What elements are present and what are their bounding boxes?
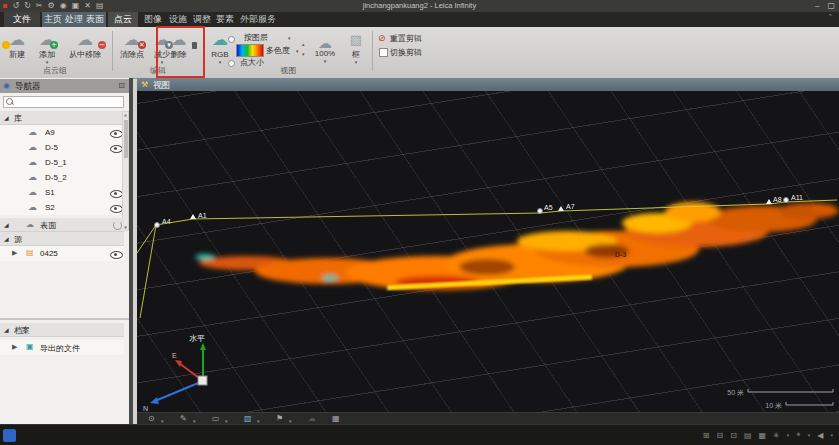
tab-features[interactable]: 要素 — [214, 12, 236, 27]
cube-view-icon[interactable]: ▧ — [244, 414, 252, 424]
view-3d-canvas[interactable]: 水平 E N 50 米 10 米 A4 A1 A5 A7 — [137, 91, 839, 412]
add-to-pointcloud-button[interactable]: ☁+ 添加 ▾ — [34, 29, 60, 69]
view-header: ⚒ 视图 — [137, 78, 839, 91]
scroll-up-icon[interactable]: ▲ — [123, 112, 128, 117]
maximize-button[interactable]: ▢ — [827, 0, 835, 11]
tab-services[interactable]: 外部服务 — [238, 12, 278, 27]
scale-10-label: 10 米 — [765, 402, 782, 409]
expander-icon[interactable]: ◢ — [4, 326, 9, 333]
spinner-up-icon[interactable]: ▴ — [302, 41, 305, 47]
tab-home[interactable]: 主页 — [42, 12, 64, 27]
toggle-clip-checkbox[interactable] — [379, 48, 388, 57]
survey-point-marker[interactable] — [190, 214, 196, 219]
by-layer-dropdown-icon[interactable]: ▾ — [288, 35, 291, 41]
tree-category-sources[interactable]: ◢ 源 — [0, 232, 124, 246]
tree-category-library[interactable]: ◢ 库 — [0, 111, 124, 125]
grid-toggle-icon[interactable]: ▦ — [332, 414, 340, 424]
pointcloud-icon: ☁ — [28, 142, 37, 152]
source-file-icon: ▤ — [26, 248, 34, 257]
expander-icon[interactable]: ▶ — [12, 249, 17, 257]
multi-hue-label[interactable]: 多色度 — [266, 46, 290, 55]
annotation-highlight-box — [156, 26, 205, 78]
tab-imaging[interactable]: 图像 — [141, 12, 165, 27]
scroll-thumb[interactable] — [124, 120, 128, 158]
expander-icon[interactable]: ▶ — [12, 343, 17, 351]
navigator-title: 导航器 — [15, 81, 41, 93]
survey-point-marker[interactable] — [154, 222, 160, 228]
measure-tool-icon[interactable]: ✎ — [180, 414, 187, 424]
tab-pointclouds-active[interactable]: 点云 — [108, 12, 138, 27]
survey-point-marker[interactable] — [537, 208, 543, 214]
by-layer-radio[interactable] — [228, 36, 235, 43]
filter-flag-icon[interactable]: ⚑ — [276, 414, 283, 424]
survey-point-label: A7 — [566, 203, 575, 210]
survey-point-marker[interactable] — [783, 197, 789, 203]
visibility-eye-icon[interactable] — [110, 251, 123, 259]
panel-splitter[interactable] — [0, 318, 129, 320]
taskbar-app-icon[interactable] — [3, 429, 16, 442]
expander-icon[interactable]: ◢ — [4, 114, 9, 121]
tree-item-pointcloud[interactable]: ☁ S2 — [0, 200, 124, 215]
tree-item-source[interactable]: ▶ ▤ 0425 — [0, 246, 124, 261]
expander-icon[interactable]: ◢ — [4, 221, 9, 228]
layout-single-icon[interactable]: ⊞ — [703, 431, 710, 440]
survey-point-marker[interactable] — [766, 199, 772, 204]
tree-item-pointcloud[interactable]: ☁ D-5_2 — [0, 170, 124, 185]
tree-category-archive[interactable]: ◢ 档案 — [0, 323, 124, 337]
dropdown-icon[interactable]: ▾ — [808, 432, 811, 438]
dropdown-icon[interactable]: ▾ — [787, 432, 790, 438]
tab-infrastructure[interactable]: 设施 — [166, 12, 190, 27]
remove-from-pointcloud-button[interactable]: ☁− 从中移除 — [62, 29, 108, 69]
view-3d-panel: ⚒ 视图 — [137, 78, 839, 424]
scale-bars — [748, 389, 833, 405]
select-box-icon[interactable]: ▭ — [212, 414, 220, 424]
window-title: jinchangpankuang2 - Leica Infinity — [0, 1, 839, 10]
tree-category-surfaces[interactable]: ◢ ☁ 表面 — [0, 218, 124, 232]
cloud-off-icon: ☁ — [308, 414, 316, 424]
survey-point-label: A1 — [198, 212, 207, 219]
layout-split-icon[interactable]: ⊟ — [717, 431, 724, 440]
spinner-down-icon[interactable]: ▾ — [302, 51, 305, 57]
pin-panel-icon[interactable]: ⊡ — [118, 81, 125, 90]
tree-item-pointcloud[interactable]: ☁ A9 — [0, 125, 124, 140]
orbit-tool-icon[interactable]: ⊙ — [148, 414, 155, 424]
collapse-ribbon-icon[interactable]: ⌃ — [827, 13, 833, 21]
tab-file[interactable]: 文件 — [4, 12, 40, 27]
pointcloud-icon: ☁ — [28, 187, 37, 197]
tab-surfaces[interactable]: 表面 — [84, 12, 106, 27]
axis-up-label: 水平 — [189, 334, 205, 343]
ribbon-tab-bar: 文件 主页 处理 表面 点云 图像 设施 调整 要素 外部服务 — [0, 12, 839, 27]
axis-e-label: E — [172, 352, 177, 359]
coordinate-mode-icon[interactable]: ⌖ — [796, 430, 801, 440]
tree-item-exported-files[interactable]: ▶ ▣ 导出的文件 — [0, 340, 124, 355]
style-preset-icon[interactable]: ✳ — [773, 431, 780, 440]
tab-adjustments[interactable]: 调整 — [191, 12, 213, 27]
clip-box-button[interactable]: ▧ 框 ▾ — [344, 29, 368, 69]
tree-scrollbar[interactable]: ▲ ▼ — [122, 111, 129, 231]
grid-view-icon[interactable]: ▦ — [759, 431, 767, 440]
toggle-clip-label[interactable]: 切换剪辑 — [390, 48, 422, 57]
pointcloud-icon: ☁ — [28, 172, 37, 182]
playback-icon[interactable]: ◀ — [817, 431, 823, 440]
pointcloud-render: 水平 E N 50 米 10 米 — [137, 91, 839, 412]
tree-item-pointcloud[interactable]: ☁ D-5 — [0, 140, 124, 155]
title-bar: ▪ ↺ ↻ ✂ ⚙ ◉ ▣ ✕ ▤ jinchangpankuang2 - Le… — [0, 0, 839, 12]
expander-icon[interactable]: ◢ — [4, 235, 9, 242]
report-view-icon[interactable]: ▤ — [744, 431, 752, 440]
reset-clip-button[interactable]: 重置剪辑 — [390, 34, 422, 43]
dropdown-icon[interactable]: ▾ — [830, 432, 833, 438]
survey-point-marker[interactable] — [558, 206, 564, 211]
minimize-button[interactable]: – — [815, 0, 819, 11]
layout-quad-icon[interactable]: ⊡ — [730, 431, 737, 440]
tab-processing[interactable]: 处理 — [63, 12, 85, 27]
pointcloud-icon: ☁ — [28, 127, 37, 137]
tree-item-pointcloud[interactable]: ☁ S1 — [0, 185, 124, 200]
new-pointcloud-button[interactable]: ☁ 新建 — [2, 29, 32, 69]
multi-hue-dropdown-icon[interactable]: ▾ — [296, 48, 299, 54]
multi-hue-swatch[interactable] — [236, 44, 264, 57]
by-layer-label[interactable]: 按图层 — [244, 33, 268, 42]
status-bar-icons: ⊞ ⊟ ⊡ ▤ ▦ ✳ ▾ ⌖ ▾ ◀ ▾ — [703, 430, 833, 440]
navigator-search-input[interactable] — [3, 96, 124, 108]
tree-item-pointcloud[interactable]: ☁ D-5_1 — [0, 155, 124, 170]
exported-folder-icon: ▣ — [26, 342, 34, 351]
